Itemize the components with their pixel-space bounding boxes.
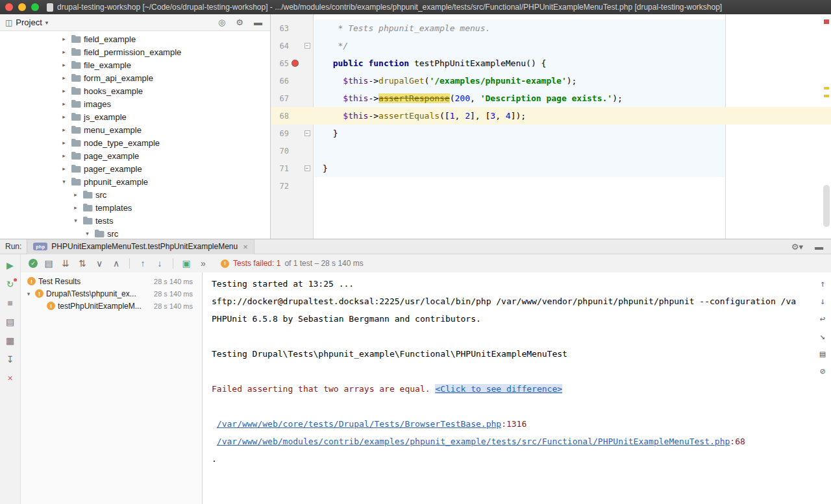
console-file-link[interactable]: /var/www/web/modules/contrib/examples/ph… — [217, 437, 730, 446]
chevron-right-icon[interactable]: ▸ — [60, 75, 68, 81]
stop-button[interactable]: ■ — [5, 297, 16, 309]
close-run-window-button[interactable]: × — [5, 372, 16, 384]
fold-marker-icon[interactable]: − — [304, 165, 310, 171]
run-settings-button[interactable]: ⚙▾ — [791, 242, 803, 252]
scrollbar-thumb[interactable] — [823, 185, 830, 227]
editor-scrollbar[interactable] — [822, 14, 831, 239]
tree-item-field_permission_example[interactable]: ▸field_permission_example — [0, 45, 270, 58]
code-line-68[interactable]: 68 $this->assertEquals([1, 2], [3, 4]); — [271, 107, 831, 125]
chevron-right-icon[interactable]: ▸ — [60, 126, 68, 133]
code-editor[interactable]: 63 * Tests phpunit_example menus.64− */6… — [271, 14, 831, 239]
scroll-to-end-button[interactable]: ↘ — [817, 330, 828, 342]
sort-alphabetically-toggle[interactable]: ⇅ — [77, 258, 88, 269]
error-stripe-mark[interactable] — [824, 19, 829, 24]
hide-run-window-button[interactable]: ▬ — [815, 242, 823, 252]
hide-panel-button[interactable]: ▬ — [254, 18, 262, 27]
chevron-right-icon[interactable]: ▸ — [60, 139, 68, 146]
console-toolbar: ↑↓↩↘▤⊘ — [817, 278, 828, 377]
folder-icon — [71, 125, 81, 134]
next-failed-test-button[interactable]: ↓ — [154, 258, 166, 269]
test-name: Test Results — [38, 277, 81, 286]
chevron-down-icon[interactable]: ▾ — [25, 291, 32, 297]
rerun-failed-tests-button[interactable]: ↻ — [5, 278, 16, 290]
show-passed-toggle[interactable]: ✓ — [29, 259, 38, 268]
code-line-70[interactable]: 70 — [271, 142, 831, 160]
tree-item-phpunit_example[interactable]: ▾phpunit_example — [0, 175, 270, 188]
console-line: /var/www/web/modules/contrib/examples/ph… — [212, 433, 812, 450]
chevron-down-icon[interactable]: ▾ — [83, 230, 92, 237]
fold-marker-icon[interactable]: − — [304, 43, 310, 49]
chevron-down-icon[interactable]: ▾ — [71, 217, 80, 224]
see-difference-link[interactable]: <Click to see difference> — [435, 384, 562, 394]
toggle-layout-button[interactable]: ▦ — [5, 335, 16, 346]
test-failed-gutter-icon[interactable] — [291, 60, 299, 67]
warning-stripe-mark[interactable] — [824, 87, 829, 90]
code-line-64[interactable]: 64− */ — [271, 37, 831, 54]
close-tab-icon[interactable]: × — [243, 242, 248, 252]
tree-item-file_example[interactable]: ▸file_example — [0, 58, 270, 71]
code-line-69[interactable]: 69− } — [271, 125, 831, 142]
rerun-tests-button[interactable]: ▶ — [5, 259, 16, 271]
chevron-down-icon[interactable]: ▾ — [60, 178, 68, 185]
chevron-right-icon[interactable]: ▸ — [60, 88, 68, 94]
tree-item-src[interactable]: ▸src — [0, 188, 270, 201]
import-test-results-button[interactable]: ▣ — [180, 258, 192, 269]
settings-button[interactable]: ⚙ — [236, 18, 243, 27]
code-line-71[interactable]: 71−} — [271, 160, 831, 177]
tree-item-menu_example[interactable]: ▸menu_example — [0, 123, 270, 136]
scroll-to-trace-button[interactable]: ↧ — [5, 354, 16, 365]
close-window-button[interactable] — [5, 3, 13, 11]
test-tree-item[interactable]: !Test Results28 s 140 ms — [21, 275, 202, 287]
tree-item-page_example[interactable]: ▸page_example — [0, 149, 270, 162]
separator — [129, 258, 130, 269]
tree-item-node_type_example[interactable]: ▸node_type_example — [0, 136, 270, 149]
project-panel-title[interactable]: Project — [16, 18, 42, 27]
tree-item-images[interactable]: ▸images — [0, 97, 270, 110]
code-line-63[interactable]: 63 * Tests phpunit_example menus. — [271, 19, 831, 37]
tree-item-tests[interactable]: ▾tests — [0, 214, 270, 227]
code-line-67[interactable]: 67 $this->assertResponse(200, 'Descripti… — [271, 90, 831, 107]
sort-by-duration-toggle[interactable]: ⇊ — [60, 258, 71, 269]
scroll-to-top-button[interactable]: ↑ — [817, 278, 828, 289]
tree-item-pager_example[interactable]: ▸pager_example — [0, 162, 270, 175]
soft-wrap-toggle[interactable]: ↩ — [817, 313, 828, 324]
chevron-right-icon[interactable]: ▸ — [60, 49, 68, 55]
tree-item-form_api_example[interactable]: ▸form_api_example — [0, 71, 270, 84]
chevron-right-icon[interactable]: ▸ — [60, 165, 68, 172]
run-tab[interactable]: php PHPUnitExampleMenuTest.testPhpUnitEx… — [27, 239, 254, 254]
chevron-down-icon[interactable]: ▾ — [45, 19, 49, 26]
locate-file-button[interactable]: ◎ — [218, 18, 225, 27]
previous-failed-test-button[interactable]: ↑ — [137, 258, 149, 269]
tree-item-templates[interactable]: ▸templates — [0, 201, 270, 214]
console-output[interactable]: Testing started at 13:25 ...sftp://docke… — [203, 272, 831, 504]
collapse-all-button[interactable]: ∧ — [110, 258, 122, 269]
clear-all-button[interactable]: ⊘ — [817, 365, 828, 377]
more-options-button[interactable]: » — [197, 258, 209, 269]
tree-item-field_example[interactable]: ▸field_example — [0, 32, 270, 45]
code-line-65[interactable]: 65 public function testPhpUnitExampleMen… — [271, 54, 831, 72]
tree-item-js_example[interactable]: ▸js_example — [0, 110, 270, 123]
chevron-right-icon[interactable]: ▸ — [71, 191, 80, 198]
chevron-right-icon[interactable]: ▸ — [60, 152, 68, 159]
chevron-right-icon[interactable]: ▸ — [60, 114, 68, 120]
zoom-window-button[interactable] — [31, 3, 39, 11]
test-tree-item[interactable]: ▾!Drupal\Tests\phpunit_ex...28 s 140 ms — [21, 287, 202, 300]
show-ignored-toggle[interactable]: ▤ — [43, 258, 55, 269]
console-file-link[interactable]: /var/www/web/core/tests/Drupal/Tests/Bro… — [217, 419, 501, 429]
chevron-right-icon[interactable]: ▸ — [60, 62, 68, 68]
chevron-right-icon[interactable]: ▸ — [71, 204, 80, 211]
test-tree-item[interactable]: !testPhpUnitExampleM...28 s 140 ms — [21, 300, 202, 312]
expand-all-button[interactable]: ∨ — [93, 258, 105, 269]
show-console-toggle[interactable]: ▤ — [5, 316, 16, 328]
chevron-right-icon[interactable]: ▸ — [60, 101, 68, 107]
fold-marker-icon[interactable]: − — [304, 130, 310, 136]
code-line-72[interactable]: 72 — [271, 177, 831, 195]
print-button[interactable]: ▤ — [817, 348, 828, 359]
scroll-to-bottom-button[interactable]: ↓ — [817, 295, 828, 307]
tree-item-hooks_example[interactable]: ▸hooks_example — [0, 84, 270, 97]
warning-stripe-mark[interactable] — [824, 95, 829, 97]
chevron-right-icon[interactable]: ▸ — [60, 36, 68, 42]
code-line-66[interactable]: 66 $this->drupalGet('/examples/phpunit-e… — [271, 72, 831, 90]
tree-item-src[interactable]: ▾src — [0, 227, 270, 239]
minimize-window-button[interactable] — [18, 3, 26, 11]
